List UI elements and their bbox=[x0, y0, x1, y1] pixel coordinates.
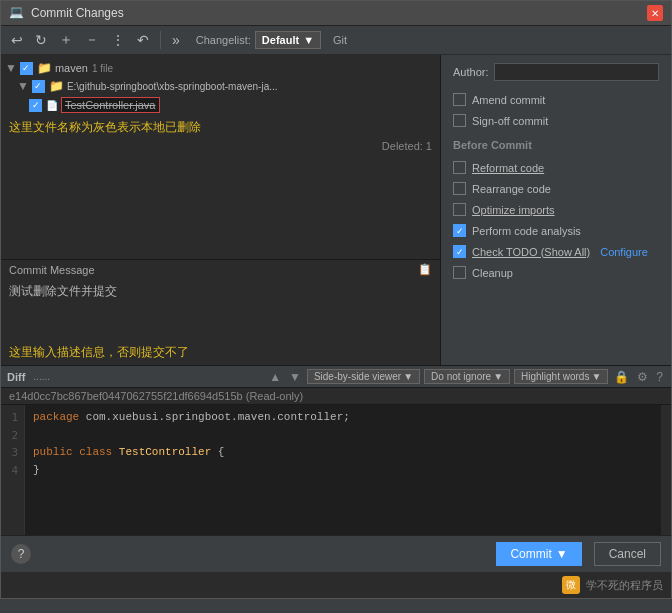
analyze-checkbox[interactable]: ✓ bbox=[453, 224, 466, 237]
rearrange-checkbox[interactable] bbox=[453, 182, 466, 195]
analyze-row[interactable]: ✓ Perform code analysis bbox=[453, 224, 659, 237]
signoff-checkbox[interactable] bbox=[453, 114, 466, 127]
add-btn[interactable]: ＋ bbox=[55, 29, 77, 51]
left-panel: ▼ ✓ 📁 maven 1 file ▼ ✓ 📁 E:\github-sprin… bbox=[1, 55, 441, 365]
diff-title: Diff bbox=[7, 371, 25, 383]
window-title: Commit Changes bbox=[31, 6, 641, 20]
ignore-label: Do not ignore bbox=[431, 371, 491, 382]
code-line-1: package com.xuebusi.springboot.maven.con… bbox=[33, 409, 653, 427]
diff-section: Diff ...... ▲ ▼ Side-by-side viewer ▼ Do… bbox=[1, 365, 671, 535]
changelist-arrow: ▼ bbox=[303, 34, 314, 46]
commit-msg-title: Commit Message bbox=[9, 264, 95, 276]
expand-btn[interactable]: » bbox=[168, 30, 184, 50]
watermark-icon: 微 bbox=[562, 576, 580, 594]
highlight-arrow: ▼ bbox=[591, 371, 601, 382]
todo-checkbox[interactable]: ✓ bbox=[453, 245, 466, 258]
changelist-value: Default bbox=[262, 34, 299, 46]
diff-hash: e14d0cc7bc867bef0447062755f21df6694d515b… bbox=[1, 388, 671, 405]
viewer-selector[interactable]: Side-by-side viewer ▼ bbox=[307, 369, 420, 384]
git-label: Git bbox=[333, 34, 347, 46]
back-btn[interactable]: ↩ bbox=[7, 30, 27, 50]
annotation-deleted: 这里文件名称为灰色表示本地已删除 bbox=[1, 115, 440, 138]
settings-icon[interactable]: ⚙ bbox=[635, 370, 650, 384]
up-arrow[interactable]: ▲ bbox=[267, 370, 283, 384]
file-tree: ▼ ✓ 📁 maven 1 file ▼ ✓ 📁 E:\github-sprin… bbox=[1, 55, 440, 259]
reformat-row[interactable]: Reformat code bbox=[453, 161, 659, 174]
amend-label: Amend commit bbox=[472, 94, 545, 106]
diff-content: 1 2 3 4 package com.xuebusi.springboot.m… bbox=[1, 405, 671, 535]
changelist-selector[interactable]: Default ▼ bbox=[255, 31, 321, 49]
commit-dropdown-arrow: ▼ bbox=[556, 547, 568, 561]
ignore-selector[interactable]: Do not ignore ▼ bbox=[424, 369, 510, 384]
down-arrow[interactable]: ▼ bbox=[287, 370, 303, 384]
cleanup-checkbox[interactable] bbox=[453, 266, 466, 279]
commit-message-area: Commit Message 📋 测试删除文件并提交 这里输入描述信息，否则提交… bbox=[1, 259, 440, 365]
commit-msg-annotation: 这里输入描述信息，否则提交不了 bbox=[1, 342, 440, 365]
optimize-label: Optimize imports bbox=[472, 204, 555, 216]
reformat-checkbox[interactable] bbox=[453, 161, 466, 174]
close-button[interactable]: ✕ bbox=[647, 5, 663, 21]
cancel-button[interactable]: Cancel bbox=[594, 542, 661, 566]
line-num-1: 1 bbox=[7, 409, 18, 427]
tree-item-file[interactable]: ✓ 📄 TestController.java bbox=[1, 95, 440, 115]
signoff-label: Sign-off commit bbox=[472, 115, 548, 127]
main-window: 💻 Commit Changes ✕ ↩ ↻ ＋ － ⋮ ↶ » Changel… bbox=[0, 0, 672, 599]
help-button[interactable]: ? bbox=[11, 544, 31, 564]
signoff-row[interactable]: Sign-off commit bbox=[453, 114, 659, 127]
highlight-selector[interactable]: Highlight words ▼ bbox=[514, 369, 608, 384]
viewer-arrow: ▼ bbox=[403, 371, 413, 382]
configure-link[interactable]: Configure bbox=[600, 246, 648, 258]
author-input[interactable] bbox=[494, 63, 659, 81]
commit-label: Commit bbox=[510, 547, 551, 561]
optimize-checkbox[interactable] bbox=[453, 203, 466, 216]
todo-row[interactable]: ✓ Check TODO (Show All) Configure bbox=[453, 245, 659, 258]
help-diff-icon[interactable]: ? bbox=[654, 370, 665, 384]
commit-msg-icon: 📋 bbox=[418, 263, 432, 276]
arrow-icon: ▼ bbox=[5, 61, 17, 75]
folder-icon-path: 📁 bbox=[49, 79, 64, 93]
deleted-count: Deleted: 1 bbox=[1, 138, 440, 154]
watermark-text: 学不死的程序员 bbox=[586, 578, 663, 593]
checkbox-maven[interactable]: ✓ bbox=[20, 62, 33, 75]
before-commit-title: Before Commit bbox=[453, 139, 659, 151]
optimize-row[interactable]: Optimize imports bbox=[453, 203, 659, 216]
refresh-btn[interactable]: ↻ bbox=[31, 30, 51, 50]
tree-item-maven[interactable]: ▼ ✓ 📁 maven 1 file bbox=[1, 59, 440, 77]
more-btn[interactable]: ⋮ bbox=[107, 30, 129, 50]
cleanup-row[interactable]: Cleanup bbox=[453, 266, 659, 279]
undo-btn[interactable]: ↶ bbox=[133, 30, 153, 50]
amend-row[interactable]: Amend commit bbox=[453, 93, 659, 106]
changelist-label: Changelist: bbox=[196, 34, 251, 46]
diff-toolbar: ▲ ▼ Side-by-side viewer ▼ Do not ignore … bbox=[267, 369, 665, 384]
tree-item-path[interactable]: ▼ ✓ 📁 E:\github-springboot\xbs-springboo… bbox=[1, 77, 440, 95]
diff-header: Diff ...... ▲ ▼ Side-by-side viewer ▼ Do… bbox=[1, 366, 671, 388]
code-line-2 bbox=[33, 427, 653, 445]
rearrange-row[interactable]: Rearrange code bbox=[453, 182, 659, 195]
right-panel: Author: Amend commit Sign-off commit Bef… bbox=[441, 55, 671, 365]
amend-checkbox[interactable] bbox=[453, 93, 466, 106]
commit-message-input[interactable]: 测试删除文件并提交 bbox=[1, 279, 440, 339]
maven-label: maven bbox=[55, 62, 88, 74]
line-num-4: 4 bbox=[7, 462, 18, 480]
code-line-4: } bbox=[33, 462, 653, 480]
ignore-arrow: ▼ bbox=[493, 371, 503, 382]
author-label: Author: bbox=[453, 66, 488, 78]
path-label: E:\github-springboot\xbs-springboot-mave… bbox=[67, 81, 278, 92]
lock-icon[interactable]: 🔒 bbox=[612, 370, 631, 384]
commit-msg-header: Commit Message 📋 bbox=[1, 260, 440, 279]
toolbar: ↩ ↻ ＋ － ⋮ ↶ » Changelist: Default ▼ Git bbox=[1, 26, 671, 55]
checkbox-file[interactable]: ✓ bbox=[29, 99, 42, 112]
main-area: ▼ ✓ 📁 maven 1 file ▼ ✓ 📁 E:\github-sprin… bbox=[1, 55, 671, 365]
title-bar: 💻 Commit Changes ✕ bbox=[1, 1, 671, 26]
commit-button[interactable]: Commit ▼ bbox=[496, 542, 581, 566]
author-row: Author: bbox=[453, 63, 659, 81]
line-numbers: 1 2 3 4 bbox=[1, 405, 25, 535]
diff-scrollbar[interactable] bbox=[661, 405, 671, 535]
arrow-icon-2: ▼ bbox=[17, 79, 29, 93]
checkbox-path[interactable]: ✓ bbox=[32, 80, 45, 93]
remove-btn[interactable]: － bbox=[81, 29, 103, 51]
code-area: package com.xuebusi.springboot.maven.con… bbox=[25, 405, 661, 535]
todo-label: Check TODO (Show All) bbox=[472, 246, 590, 258]
line-num-2: 2 bbox=[7, 427, 18, 445]
watermark: 微 学不死的程序员 bbox=[1, 572, 671, 598]
